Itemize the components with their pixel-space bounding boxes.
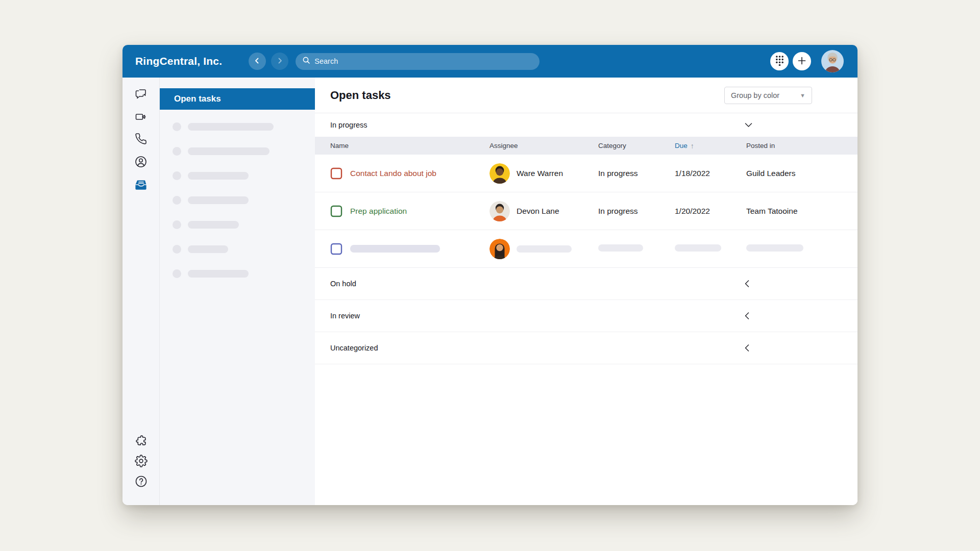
group-by-label: Group by color <box>731 91 779 99</box>
chevron-left-icon <box>745 312 749 320</box>
skeleton-list-item <box>173 261 315 286</box>
section-in-review[interactable]: In review <box>315 300 857 332</box>
section-uncategorized[interactable]: Uncategorized <box>315 332 857 364</box>
nav-item-video[interactable] <box>134 110 148 124</box>
task-panel-header[interactable]: Open tasks <box>160 88 315 110</box>
assignee-avatar <box>489 239 510 259</box>
page-title: Open tasks <box>330 89 391 102</box>
task-name-link[interactable]: Contact Lando about job <box>350 169 436 178</box>
section-label: Uncategorized <box>330 344 378 352</box>
nav-item-settings[interactable] <box>134 455 148 469</box>
assignee-name: Devon Lane <box>517 207 559 216</box>
table-header: Name Assignee Category Due ↑ Posted in <box>315 137 857 155</box>
nav-item-help[interactable] <box>134 475 148 489</box>
task-category: In progress <box>598 169 675 178</box>
task-row[interactable]: Contact Lando about job Ware Warren In p… <box>315 155 857 192</box>
nav-item-messages[interactable] <box>134 88 148 102</box>
skeleton-list-item <box>173 237 315 261</box>
task-posted-in: Team Tatooine <box>746 207 842 216</box>
column-header-name[interactable]: Name <box>330 142 489 149</box>
nav-item-phone[interactable] <box>134 133 148 147</box>
back-button[interactable] <box>249 53 266 70</box>
skeleton-bar <box>598 244 643 252</box>
question-mark-icon <box>135 475 148 490</box>
task-row-loading <box>315 230 857 268</box>
skeleton-list-item <box>173 188 315 212</box>
assignee-avatar <box>489 163 510 184</box>
forward-button[interactable] <box>271 53 288 70</box>
puzzle-icon <box>135 434 148 449</box>
dialpad-button[interactable] <box>770 52 789 70</box>
section-label: On hold <box>330 280 356 288</box>
section-in-progress[interactable]: In progress <box>315 113 857 137</box>
task-checkbox[interactable] <box>330 243 342 255</box>
skeleton-list-item <box>173 114 315 139</box>
assignee-avatar <box>489 201 510 221</box>
task-row[interactable]: Prep application Devon Lane In progress <box>315 192 857 230</box>
top-bar: RingCentral, Inc. <box>122 45 857 78</box>
app-window: RingCentral, Inc. <box>122 45 857 505</box>
due-label: Due <box>675 142 688 149</box>
new-item-button[interactable] <box>793 52 811 70</box>
plus-icon <box>797 56 806 67</box>
user-avatar[interactable] <box>821 50 844 72</box>
dropdown-arrow-icon: ▼ <box>800 92 805 98</box>
assignee-name: Ware Warren <box>517 169 563 178</box>
task-category: In progress <box>598 207 675 216</box>
empty-area <box>315 364 857 505</box>
chevron-down-icon <box>745 123 752 128</box>
task-checkbox[interactable] <box>330 205 342 217</box>
task-due-date: 1/18/2022 <box>675 169 746 178</box>
task-panel-title: Open tasks <box>174 94 221 104</box>
skeleton-bar <box>517 245 572 253</box>
column-header-due[interactable]: Due ↑ <box>675 142 746 150</box>
skeleton-list-item <box>173 163 315 188</box>
column-header-posted-in[interactable]: Posted in <box>746 142 842 149</box>
task-checkbox[interactable] <box>330 167 342 180</box>
chevron-left-icon <box>745 280 749 288</box>
section-label: In review <box>330 312 360 320</box>
task-posted-in: Guild Leaders <box>746 169 842 178</box>
chevron-left-icon <box>254 57 261 66</box>
chat-icon <box>134 88 148 103</box>
sort-ascending-icon: ↑ <box>691 142 694 150</box>
column-header-assignee[interactable]: Assignee <box>489 142 598 149</box>
nav-rail-bottom <box>134 434 148 489</box>
search-input[interactable] <box>314 57 533 65</box>
nav-item-contacts[interactable] <box>134 155 148 169</box>
task-due-date: 1/20/2022 <box>675 207 746 216</box>
topbar-actions <box>770 50 844 72</box>
contact-icon <box>134 155 148 170</box>
task-panel-skeleton-list <box>160 110 315 286</box>
skeleton-bar <box>675 244 721 252</box>
inbox-tray-icon <box>134 178 148 193</box>
main-header: Open tasks Group by color ▼ <box>315 78 857 113</box>
search-icon <box>302 56 310 66</box>
task-name-link[interactable]: Prep application <box>350 207 407 216</box>
skeleton-list-item <box>173 139 315 163</box>
skeleton-bar <box>350 245 440 253</box>
nav-item-apps[interactable] <box>134 434 148 448</box>
search-bar[interactable] <box>296 53 540 70</box>
chevron-right-icon <box>276 57 283 66</box>
history-nav <box>249 53 288 70</box>
column-header-category[interactable]: Category <box>598 142 675 149</box>
gear-icon <box>135 455 148 469</box>
task-list-panel: Open tasks <box>160 78 315 505</box>
skeleton-bar <box>746 244 803 252</box>
section-label: In progress <box>330 121 368 129</box>
nav-item-tasks[interactable] <box>134 178 148 192</box>
nav-rail-top <box>134 88 148 192</box>
chevron-left-icon <box>745 344 749 352</box>
group-by-select[interactable]: Group by color ▼ <box>724 87 812 104</box>
video-camera-icon <box>134 110 148 126</box>
dialpad-icon <box>775 55 784 67</box>
nav-rail <box>122 78 160 505</box>
skeleton-list-item <box>173 212 315 237</box>
main-content: Open tasks Group by color ▼ In progress … <box>315 78 857 505</box>
phone-icon <box>135 133 147 147</box>
section-on-hold[interactable]: On hold <box>315 268 857 300</box>
app-title: RingCentral, Inc. <box>135 55 222 67</box>
